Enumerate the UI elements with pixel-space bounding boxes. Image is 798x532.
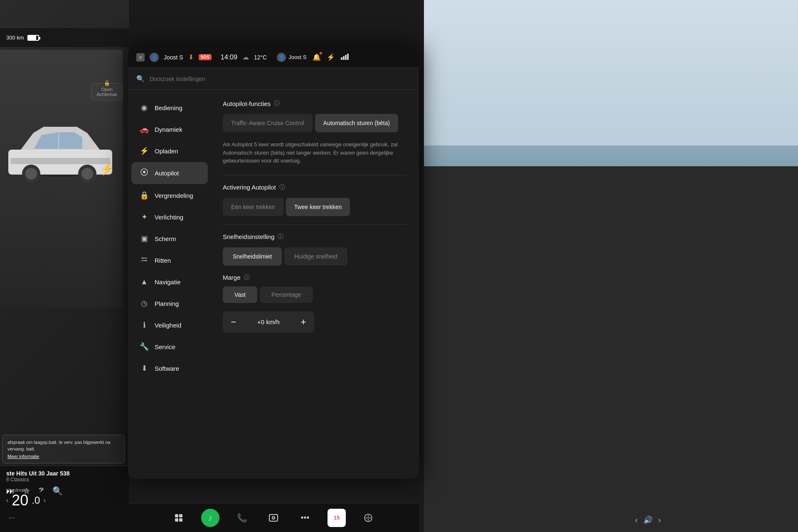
vergrendeling-label: Vergrendeling — [155, 192, 193, 199]
speed-decimal: .0 — [32, 495, 40, 506]
activering-title: Activering Autopilot — [223, 184, 276, 191]
percentage-button[interactable]: Percentage — [260, 286, 313, 303]
ritten-icon — [140, 256, 149, 265]
battery-fill — [28, 36, 36, 40]
sidebar-item-vergrendeling[interactable]: 🔒 Vergrendeling — [131, 185, 208, 206]
marge-info-icon[interactable]: ⓘ — [244, 274, 250, 281]
sidebar-item-ritten[interactable]: Ritten — [131, 250, 208, 271]
speed-arrow-right[interactable]: › — [43, 497, 45, 504]
divider-1 — [223, 175, 407, 175]
sidebar-item-software[interactable]: ⬇ Software — [131, 358, 208, 379]
notification-icon[interactable]: 🔔 — [313, 53, 321, 61]
marge-buttons: Vast Percentage — [223, 286, 407, 303]
snelheidslimiet-button[interactable]: Snelheidslimiet — [223, 247, 282, 266]
car-silhouette — [4, 104, 116, 195]
bottom-taskbar: ♪ 📞 ••• 15 — [128, 503, 419, 532]
vergrendeling-icon: 🔒 — [140, 191, 149, 200]
autopilot-info-text: Als Autopilot 5 keer wordt uitgeschakeld… — [223, 140, 407, 165]
signal-icon — [341, 53, 349, 62]
search-input[interactable] — [150, 76, 411, 82]
music-subtitle: 8 Classics — [6, 477, 123, 483]
stepper-increase-button[interactable]: + — [293, 311, 314, 333]
snelheidsinstelling-header: Snelheidsinstelling ⓘ — [223, 233, 407, 241]
camera-button[interactable] — [264, 509, 283, 527]
notification-link[interactable]: Meer informatie — [7, 454, 119, 459]
left-background: ⚡ Open Achterbak 🔓 afspraak om laagsp.ba… — [0, 0, 129, 532]
activering-info-icon[interactable]: ⓘ — [279, 184, 285, 191]
autopilot-label: Autopilot — [155, 170, 179, 177]
phone-button[interactable]: 📞 — [233, 509, 251, 527]
ground — [424, 166, 798, 532]
svg-rect-20 — [179, 518, 182, 522]
voice-controls: ⌣⌣ — [8, 515, 15, 520]
svg-point-12 — [143, 171, 145, 173]
volume-icon: 🔊 — [643, 515, 653, 525]
dots-menu-button[interactable]: ••• — [296, 509, 314, 527]
speed-arrow-left[interactable]: ‹ — [6, 497, 8, 504]
download-icon[interactable]: ⬇ — [188, 53, 194, 61]
service-icon: 🔧 — [140, 342, 149, 351]
stepper-decrease-button[interactable]: − — [223, 311, 244, 333]
header-avatar: 👤 — [150, 53, 159, 62]
sidebar-item-planning[interactable]: ◷ Planning — [131, 293, 208, 314]
phone-status-bar: 300 km — [0, 28, 129, 47]
apps-button[interactable] — [359, 509, 377, 527]
sidebar-item-service[interactable]: 🔧 Service — [131, 336, 208, 357]
een-keer-button[interactable]: Eén keer trekken — [223, 198, 283, 216]
auto-steer-button[interactable]: Automatisch sturen (bèta) — [315, 114, 398, 132]
sidebar-item-verlichting[interactable]: ✦ Verlichting — [131, 207, 208, 227]
autopilot-content: Autopilot-functies ⓘ Traffic-Aware Cruis… — [211, 90, 419, 479]
tesla-settings-panel: ≡ 👤 Joost S ⬇ SOS 14:09 ☁ 12°C 👤 Joost S… — [128, 47, 419, 479]
sidebar-item-veiligheid[interactable]: ℹ Veiligheid — [131, 315, 208, 335]
huidige-snelheid-button[interactable]: Huidige snelheid — [284, 247, 347, 266]
volume-right-arrow[interactable]: › — [658, 516, 661, 525]
sidebar-item-autopilot[interactable]: Autopilot — [131, 162, 208, 184]
speed-display: ‹ 20 .0 › — [6, 492, 46, 509]
taskbar-grid-button[interactable] — [170, 509, 188, 527]
software-label: Software — [155, 365, 179, 372]
sidebar-item-bediening[interactable]: ◉ Bediening — [131, 97, 208, 118]
header-temp: 12°C — [254, 54, 267, 61]
spotify-button[interactable]: ♪ — [201, 509, 219, 527]
header-icons: 👤 Joost S 🔔 ⚡ — [277, 53, 349, 62]
sidebar-item-scherm[interactable]: ▣ Scherm — [131, 228, 208, 249]
planning-icon: ◷ — [140, 299, 149, 308]
bediening-icon: ◉ — [140, 103, 149, 112]
opladen-icon: ⚡ — [140, 146, 149, 155]
svg-rect-19 — [175, 518, 178, 522]
sos-badge[interactable]: SOS — [199, 54, 212, 60]
panel-content: ◉ Bediening 🚗 Dynamiek ⚡ Opladen Autopil — [128, 90, 419, 479]
snelheidsinstelling-title: Snelheidsinstelling — [223, 233, 274, 240]
sidebar-item-dynamiek[interactable]: 🚗 Dynamiek — [131, 119, 208, 140]
notification-text: afspraak om laagsp.batt. te verv. pas bi… — [7, 439, 119, 452]
user-section: 👤 Joost S — [277, 53, 306, 62]
snelheidsinstelling-buttons: Snelheidslimiet Huidige snelheid — [223, 247, 407, 266]
menu-icon[interactable]: ≡ — [136, 53, 145, 62]
sky — [424, 0, 798, 166]
open-achterbak-button[interactable]: Open Achterbak 🔓 — [91, 83, 123, 101]
twee-keer-button[interactable]: Twee keer trekken — [286, 198, 350, 216]
svg-point-4 — [25, 168, 37, 180]
search-music-button[interactable]: 🔍 — [52, 486, 63, 496]
svg-rect-9 — [345, 55, 347, 60]
vast-button[interactable]: Vast — [223, 286, 257, 303]
verlichting-icon: ✦ — [140, 212, 149, 222]
autopilot-functies-info-icon[interactable]: ⓘ — [274, 100, 280, 107]
snelheidsinstelling-info-icon[interactable]: ⓘ — [278, 233, 283, 241]
volume-left-arrow[interactable]: ‹ — [635, 516, 638, 525]
svg-rect-18 — [179, 514, 182, 517]
battery-indicator — [27, 35, 39, 41]
calendar-date: 15 — [334, 515, 340, 521]
autopilot-functies-title: Autopilot-functies — [223, 100, 271, 107]
dynamiek-icon: 🚗 — [140, 125, 149, 134]
marge-header: Marge ⓘ — [223, 274, 407, 281]
header-time: 14:09 — [221, 54, 237, 61]
sidebar-item-navigatie[interactable]: ▲ Navigatie — [131, 272, 208, 292]
range-display: 300 km — [6, 34, 24, 41]
bluetooth-icon[interactable]: ⚡ — [327, 53, 335, 61]
opladen-label: Opladen — [155, 148, 178, 155]
traffic-aware-button[interactable]: Traffic-Aware Cruise Control — [223, 114, 313, 132]
calendar-button[interactable]: 15 — [328, 509, 346, 527]
sidebar-item-opladen[interactable]: ⚡ Opladen — [131, 140, 208, 161]
stepper-value: +0 km/h — [244, 318, 293, 325]
